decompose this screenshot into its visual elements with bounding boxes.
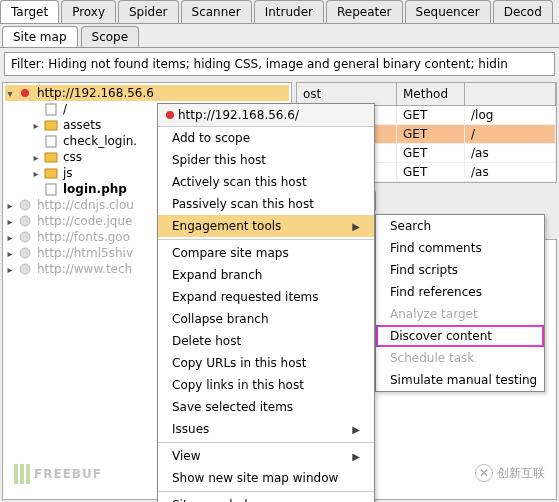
globe-icon	[17, 262, 33, 276]
svg-rect-5	[46, 184, 56, 195]
separator	[158, 442, 374, 443]
tree-host-root[interactable]: ▾ http://192.168.56.6	[5, 85, 289, 101]
page-icon	[43, 102, 59, 116]
cm-delete-host[interactable]: Delete host	[158, 330, 374, 352]
separator	[158, 239, 374, 240]
cm-collapse-branch[interactable]: Collapse branch	[158, 308, 374, 330]
page-icon	[43, 182, 59, 196]
collapse-icon[interactable]: ▾	[5, 88, 15, 99]
expand-icon[interactable]: ▸	[31, 152, 41, 163]
globe-icon	[17, 246, 33, 260]
cm-expand-branch[interactable]: Expand branch	[158, 264, 374, 286]
cm-add-to-scope[interactable]: Add to scope	[158, 127, 374, 149]
folder-icon	[43, 118, 59, 132]
cm-expand-requested[interactable]: Expand requested items	[158, 286, 374, 308]
chevron-right-icon: ▶	[352, 451, 360, 462]
globe-icon	[17, 198, 33, 212]
subtab-sitemap[interactable]: Site map	[2, 26, 78, 47]
svg-point-6	[20, 200, 30, 210]
tab-sequencer[interactable]: Sequencer	[405, 0, 491, 23]
expand-icon[interactable]: ▸	[31, 120, 41, 131]
expand-icon[interactable]: ▸	[5, 216, 15, 227]
expand-icon[interactable]: ▸	[5, 232, 15, 243]
subtab-scope[interactable]: Scope	[81, 26, 140, 47]
cm-copy-urls[interactable]: Copy URLs in this host	[158, 352, 374, 374]
tab-decoder[interactable]: Decod	[493, 0, 553, 23]
cm-engagement-tools[interactable]: Engagement tools▶	[158, 215, 374, 237]
col-host[interactable]: ost	[297, 83, 397, 105]
svg-point-10	[20, 264, 30, 274]
folder-icon	[43, 166, 59, 180]
cm-copy-links[interactable]: Copy links in this host	[158, 374, 374, 396]
separator	[158, 491, 374, 492]
svg-point-7	[20, 216, 30, 226]
globe-icon	[17, 86, 33, 100]
cm-view[interactable]: View▶	[158, 445, 374, 467]
globe-icon	[17, 214, 33, 228]
sub-find-comments[interactable]: Find comments	[376, 237, 544, 259]
globe-icon	[166, 108, 174, 122]
svg-point-9	[20, 248, 30, 258]
cm-issues[interactable]: Issues▶	[158, 418, 374, 440]
cm-spider-host[interactable]: Spider this host	[158, 149, 374, 171]
expand-icon[interactable]: ▸	[5, 200, 15, 211]
tab-scanner[interactable]: Scanner	[181, 0, 252, 23]
expand-icon[interactable]: ▸	[5, 264, 15, 275]
cm-show-new-window[interactable]: Show new site map window	[158, 467, 374, 489]
svg-point-8	[20, 232, 30, 242]
globe-icon	[17, 230, 33, 244]
svg-rect-3	[45, 153, 57, 162]
sub-find-references[interactable]: Find references	[376, 281, 544, 303]
sub-analyze-target[interactable]: Analyze target	[376, 303, 544, 325]
svg-rect-1	[45, 121, 57, 130]
tab-target[interactable]: Target	[0, 0, 59, 23]
cm-passive-scan[interactable]: Passively scan this host	[158, 193, 374, 215]
sub-find-scripts[interactable]: Find scripts	[376, 259, 544, 281]
sub-tabs: Site map Scope	[0, 24, 559, 48]
filter-bar[interactable]: Filter: Hiding not found items; hiding C…	[4, 52, 555, 76]
tab-proxy[interactable]: Proxy	[61, 0, 116, 23]
svg-rect-0	[46, 104, 56, 115]
col-url[interactable]	[465, 83, 556, 105]
context-menu-title: http://192.168.56.6/	[158, 104, 374, 127]
tab-repeater[interactable]: Repeater	[326, 0, 403, 23]
cm-compare-sitemaps[interactable]: Compare site maps	[158, 242, 374, 264]
cm-help[interactable]: Site map help	[158, 494, 374, 502]
page-icon	[43, 134, 59, 148]
cm-save-selected[interactable]: Save selected items	[158, 396, 374, 418]
expand-icon[interactable]: ▸	[5, 248, 15, 259]
tab-intruder[interactable]: Intruder	[254, 0, 324, 23]
chevron-right-icon: ▶	[352, 221, 360, 232]
chevron-right-icon: ▶	[352, 424, 360, 435]
tree-host-label: http://192.168.56.6	[35, 86, 154, 100]
engagement-submenu: Search Find comments Find scripts Find r…	[375, 214, 545, 392]
tab-spider[interactable]: Spider	[118, 0, 179, 23]
sub-schedule-task[interactable]: Schedule task	[376, 347, 544, 369]
svg-rect-4	[45, 169, 57, 178]
folder-icon	[43, 150, 59, 164]
context-menu: http://192.168.56.6/ Add to scope Spider…	[157, 103, 375, 502]
cm-active-scan[interactable]: Actively scan this host	[158, 171, 374, 193]
svg-rect-2	[46, 136, 56, 147]
expand-icon[interactable]: ▸	[31, 168, 41, 179]
sub-search[interactable]: Search	[376, 215, 544, 237]
col-method[interactable]: Method	[397, 83, 465, 105]
main-tabs: Target Proxy Spider Scanner Intruder Rep…	[0, 0, 559, 24]
sub-discover-content[interactable]: Discover content	[376, 325, 544, 347]
sub-simulate-manual[interactable]: Simulate manual testing	[376, 369, 544, 391]
